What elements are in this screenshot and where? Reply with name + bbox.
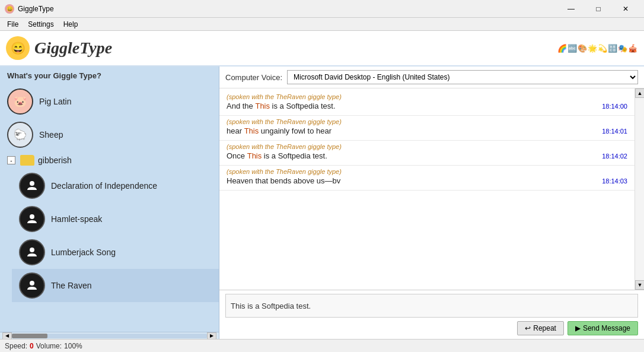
minimize-button[interactable]: —: [557, 0, 585, 18]
repeat-icon: ↩: [525, 324, 531, 332]
label-hamlet: Hamlet-speak: [51, 214, 102, 224]
chat-message-1: (spoken with the TheRaven giggle type) A…: [219, 91, 635, 116]
volume-label: Volume:: [36, 342, 62, 350]
title-bar: 😄 GiggleType — □ ✕: [0, 0, 644, 18]
chat-header-1: (spoken with the TheRaven giggle type): [227, 93, 627, 100]
chat-time-1: 18:14:00: [602, 103, 627, 110]
title-bar-left: 😄 GiggleType: [5, 4, 54, 14]
label-the-raven: The Raven: [51, 281, 91, 290]
folder-label-gibberish: gibberish: [38, 156, 72, 165]
chat-message-3: (spoken with the TheRaven giggle type) O…: [219, 141, 635, 166]
main-content: What's your Giggle Type? 🐷 Pig Latin 🐑 S…: [0, 66, 644, 339]
list-item-the-raven[interactable]: The Raven: [12, 269, 219, 302]
list-item-pig-latin[interactable]: 🐷 Pig Latin: [0, 85, 219, 118]
maximize-button[interactable]: □: [585, 0, 612, 18]
chat-area[interactable]: (spoken with the TheRaven giggle type) A…: [219, 88, 635, 290]
title-bar-controls: — □ ✕: [557, 0, 639, 18]
label-lumberjack: Lumberjack Song: [51, 248, 116, 257]
chat-time-4: 18:14:03: [602, 177, 627, 185]
panel-header: What's your Giggle Type?: [0, 66, 219, 85]
menu-help[interactable]: Help: [59, 19, 83, 30]
label-sheep: Sheep: [39, 130, 63, 139]
svg-point-1: [30, 214, 34, 219]
avatar-the-raven: [19, 272, 45, 299]
send-button[interactable]: ▶ Send Message: [568, 321, 638, 335]
svg-point-2: [30, 248, 34, 252]
highlight-2: This: [244, 126, 259, 135]
chat-time-2: 18:14:01: [602, 128, 627, 135]
highlight-3: This: [247, 151, 262, 160]
list-item-declaration[interactable]: Declaration of Independence: [12, 169, 219, 202]
voice-select[interactable]: Microsoft David Desktop - English (Unite…: [287, 70, 638, 84]
chat-content-4: Heaven that bends above us—bv 18:14:03: [227, 176, 627, 185]
chat-header-4: (spoken with the TheRaven giggle type): [227, 168, 627, 175]
voice-label: Computer Voice:: [225, 73, 282, 82]
logo-bar: 😄 GiggleType 🌈🔤🎨🌟💫🔠🎭🎪: [0, 31, 644, 66]
h-scroll-left-btn[interactable]: ◀: [2, 332, 12, 340]
label-declaration: Declaration of Independence: [51, 181, 157, 191]
chat-message-4: (spoken with the TheRaven giggle type) H…: [219, 166, 635, 191]
close-button[interactable]: ✕: [612, 0, 639, 18]
collapse-btn-gibberish[interactable]: -: [7, 156, 15, 164]
chat-content-1: And the This is a Softpedia test. 18:14:…: [227, 102, 627, 110]
list-item-hamlet[interactable]: Hamlet-speak: [12, 202, 219, 236]
avatar-hamlet: [19, 206, 45, 232]
label-pig-latin: Pig Latin: [39, 97, 71, 106]
svg-point-3: [30, 281, 34, 286]
avatar-sheep: 🐑: [7, 122, 33, 148]
status-bar: Speed: 0 Volume: 100%: [0, 339, 644, 352]
speed-value: 0: [30, 342, 34, 350]
logo-decorations: 🌈🔤🎨🌟💫🔠🎭🎪: [525, 31, 644, 65]
send-icon: ▶: [575, 324, 581, 332]
chat-header-3: (spoken with the TheRaven giggle type): [227, 143, 627, 150]
right-panel-inner: (spoken with the TheRaven giggle type) A…: [219, 88, 644, 290]
avatar-lumberjack: [19, 239, 45, 265]
chat-content-2: hear This ungainly fowl to hear 18:14:01: [227, 126, 627, 135]
send-label: Send Message: [583, 324, 630, 332]
repeat-button[interactable]: ↩ Repeat: [517, 321, 564, 335]
chat-time-3: 18:14:02: [602, 153, 627, 160]
chat-text-3: Once This is a Softpedia test.: [227, 151, 596, 160]
right-scrollbar[interactable]: ▲ ▼: [635, 88, 644, 290]
repeat-label: Repeat: [533, 324, 556, 332]
h-scroll-track[interactable]: [12, 334, 207, 338]
left-panel: What's your Giggle Type? 🐷 Pig Latin 🐑 S…: [0, 66, 219, 339]
folder-children-gibberish: Declaration of Independence Hamlet-speak: [0, 169, 219, 302]
menu-file[interactable]: File: [2, 19, 23, 30]
folder-gibberish: - gibberish Declaration of Independence: [0, 151, 219, 302]
right-panel: Computer Voice: Microsoft David Desktop …: [219, 66, 644, 339]
speed-label: Speed:: [5, 342, 27, 350]
chat-text-2: hear This ungainly fowl to hear: [227, 126, 596, 135]
chat-message-2: (spoken with the TheRaven giggle type) h…: [219, 116, 635, 141]
list-container[interactable]: 🐷 Pig Latin 🐑 Sheep - gibberish: [0, 85, 219, 332]
input-area: ↩ Repeat ▶ Send Message: [219, 290, 644, 339]
list-item-lumberjack[interactable]: Lumberjack Song: [12, 236, 219, 269]
avatar-declaration: [19, 173, 45, 199]
left-scrollbar[interactable]: ◀ ▶: [0, 332, 219, 339]
chat-text-1: And the This is a Softpedia test.: [227, 102, 596, 110]
highlight-1: This: [255, 102, 270, 110]
h-scroll-thumb: [12, 334, 47, 338]
chat-content-3: Once This is a Softpedia test. 18:14:02: [227, 151, 627, 160]
chat-text-4: Heaven that bends above us—bv: [227, 176, 596, 185]
folder-icon-gibberish: [20, 155, 34, 166]
menu-bar: File Settings Help: [0, 18, 644, 31]
chat-header-2: (spoken with the TheRaven giggle type): [227, 118, 627, 125]
message-input[interactable]: [225, 294, 638, 318]
logo-text: GiggleType: [34, 39, 112, 58]
app-icon: 😄: [5, 4, 14, 14]
svg-point-0: [30, 181, 34, 186]
title-bar-title: GiggleType: [18, 5, 54, 13]
voice-bar: Computer Voice: Microsoft David Desktop …: [219, 66, 644, 88]
scroll-up-btn[interactable]: ▲: [635, 88, 644, 98]
input-buttons: ↩ Repeat ▶ Send Message: [225, 321, 638, 335]
logo-face: 😄: [6, 36, 30, 60]
h-scroll-right-btn[interactable]: ▶: [207, 332, 216, 340]
volume-value: 100%: [64, 342, 82, 350]
menu-settings[interactable]: Settings: [23, 19, 58, 30]
folder-header-gibberish[interactable]: - gibberish: [0, 151, 219, 169]
avatar-pig-latin: 🐷: [7, 88, 33, 115]
scroll-down-btn[interactable]: ▼: [635, 280, 644, 290]
list-item-sheep[interactable]: 🐑 Sheep: [0, 118, 219, 151]
scroll-track[interactable]: [635, 98, 644, 280]
